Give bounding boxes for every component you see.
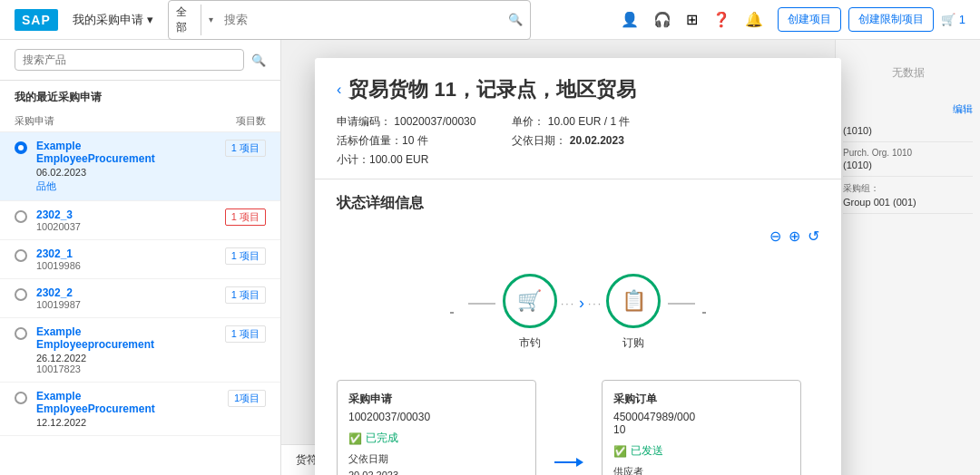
list-item[interactable]: Example EmployeeProcurement 06.02.2023 品…: [0, 132, 280, 201]
item-name: Example: [36, 325, 225, 338]
item-sub: 品他: [36, 179, 225, 193]
card-title: 采购订单: [613, 392, 789, 407]
app-title-dropdown[interactable]: 我的采购申请 ▾: [73, 12, 153, 28]
person-icon[interactable]: 👤: [621, 11, 639, 28]
req-code-label: 申请编码： 10020037/00030: [337, 114, 475, 130]
item-content: Example Employeeprocurement 26.12.2022 1…: [36, 325, 225, 374]
bell-icon[interactable]: 🔔: [745, 11, 763, 28]
no-data-label: 无数据: [843, 47, 973, 99]
chevron-down-icon: ▾: [147, 13, 153, 26]
item-id: 10019987: [36, 299, 225, 310]
list-item[interactable]: 2302_1 10019986 1 项目: [0, 240, 280, 279]
question-icon[interactable]: ❓: [712, 11, 730, 28]
modal-header: ‹ 贸易货物 11，记录点，地区贸易 申请编码： 10020037/00030 …: [315, 58, 841, 179]
delivery-date-label: 父依日期： 20.02.2023: [512, 133, 630, 149]
headset-icon[interactable]: 🎧: [653, 11, 671, 28]
shopping-step-circle: 🛒: [503, 274, 557, 328]
cart-icon: 🛒: [941, 13, 956, 26]
radio-button[interactable]: [15, 392, 27, 404]
radio-button[interactable]: [15, 141, 27, 154]
list-item[interactable]: Example EmployeeProcurement 12.12.2022 1…: [0, 383, 280, 436]
sidebar-search-icon[interactable]: 🔍: [251, 53, 266, 67]
workflow-start-marker: [450, 312, 454, 314]
cart-count: 1: [959, 13, 965, 26]
search-icon[interactable]: 🔍: [508, 13, 523, 26]
edit-button[interactable]: 编辑: [843, 99, 973, 120]
right-panel-value: Group 001 (001): [843, 197, 973, 208]
item-count: 1 项目: [225, 140, 266, 157]
radio-button[interactable]: [15, 249, 27, 262]
content-area: ‹ 贸易货物 11，记录点，地区贸易 申请编码： 10020037/00030 …: [281, 40, 980, 475]
radio-button[interactable]: [15, 210, 27, 223]
list-item[interactable]: 2302_3 10020037 1 项目: [0, 201, 280, 240]
item-id: 10020037: [36, 221, 225, 232]
item-content: 2302_2 10019987: [36, 286, 225, 310]
dots-connector: ···: [561, 297, 575, 310]
modal-title: 贸易货物 11，记录点，地区贸易: [348, 76, 636, 103]
search-bar: 全部 ▾ 🔍: [168, 0, 531, 40]
item-count: 1 项目: [225, 325, 266, 343]
item-content: 2302_1 10019986: [36, 247, 225, 271]
radio-button[interactable]: [15, 327, 27, 340]
main-layout: 🔍 我的最近采购申请 采购申请 项目数 Example EmployeeProc…: [0, 40, 980, 475]
modal-title-row: ‹ 贸易货物 11，记录点，地区贸易: [337, 76, 819, 103]
workflow-diagram: 🛒 市钓 ··· › ··· 📋 订购: [337, 259, 819, 373]
zoom-in-button[interactable]: ⊕: [789, 228, 800, 245]
check-icon: ✅: [348, 432, 362, 445]
item-date: 26.12.2022: [36, 353, 225, 364]
item-content: 2302_3 10020037: [36, 208, 225, 232]
sidebar-search-input[interactable]: [15, 49, 244, 71]
workflow-step-shopping: 🛒 市钓: [503, 274, 557, 351]
item-content: Example EmployeeProcurement 12.12.2022: [36, 390, 228, 428]
workflow-connector: ··· › ···: [561, 294, 603, 313]
item-id: 10019986: [36, 260, 225, 271]
modal-meta-left: 申请编码： 10020037/00030 活标价值量：10 件 小计：100.0…: [337, 114, 475, 168]
sidebar-section-title: 我的最近采购申请: [0, 81, 280, 111]
modal-body: 状态详细信息 ⊖ ⊕ ↺ 🛒 市钓: [315, 179, 841, 475]
card-meta: 父依日期 20.02.2023 已满求数量 10: [348, 451, 524, 475]
workflow-line-end: [668, 303, 695, 305]
right-panel-item: 采购组： Group 001 (001): [843, 177, 973, 214]
modal-meta-right: 单价： 10.00 EUR / 1 件 父依日期： 20.02.2023: [512, 114, 630, 168]
right-panel-label: Purch. Org. 1010: [843, 148, 973, 158]
status-text: 已发送: [631, 443, 663, 459]
card-connector: [554, 398, 583, 475]
search-input[interactable]: [224, 13, 501, 26]
item-count: 1 项目: [225, 208, 266, 226]
card-id: 4500047989/000 10: [613, 411, 789, 436]
item-name: Example: [36, 140, 225, 152]
radio-button[interactable]: [15, 288, 27, 301]
status-cards: 采购申请 10020037/00030 ✅ 已完成 父依日期 20.02.202…: [337, 380, 819, 475]
item-name: 2302_1: [36, 247, 225, 260]
purchase-step-label: 订购: [622, 335, 644, 351]
grid-icon[interactable]: ⊞: [686, 11, 698, 28]
arrow-icon: ›: [579, 294, 584, 313]
col-items-header: 项目数: [211, 114, 266, 128]
create-limit-item-button[interactable]: 创建限制项目: [848, 7, 934, 32]
card-title: 采购申请: [348, 392, 524, 407]
connector-line: [468, 303, 495, 305]
create-item-button[interactable]: 创建项目: [778, 7, 841, 32]
purchase-order-card: 采购订单 4500047989/000 10 ✅ 已发送 供应者 S103009…: [602, 380, 801, 475]
item-name2: Employeeprocurement: [36, 338, 225, 351]
zoom-reset-button[interactable]: ↺: [808, 228, 819, 245]
unit-price-label: 单价： 10.00 EUR / 1 件: [512, 114, 630, 130]
modal-back-button[interactable]: ‹: [337, 82, 341, 98]
list-item[interactable]: Example Employeeprocurement 26.12.2022 1…: [0, 318, 280, 383]
card-status: ✅ 已发送: [613, 443, 789, 459]
status-section-title: 状态详细信息: [337, 194, 819, 213]
shopping-step-label: 市钓: [519, 335, 541, 351]
right-panel-item: Purch. Org. 1010 (1010): [843, 142, 973, 177]
status-detail-modal: ‹ 贸易货物 11，记录点，地区贸易 申请编码： 10020037/00030 …: [315, 58, 841, 475]
sap-logo: SAP: [15, 9, 58, 31]
workflow-end-marker: [702, 312, 706, 314]
header-action-buttons: 创建项目 创建限制项目 🛒 1: [778, 7, 965, 32]
item-count: 1项目: [228, 390, 266, 407]
cart-button[interactable]: 🛒 1: [941, 13, 965, 26]
zoom-controls: ⊖ ⊕ ↺: [337, 228, 819, 245]
item-content: Example EmployeeProcurement 06.02.2023 品…: [36, 140, 225, 193]
right-panel-value: (1010): [843, 160, 973, 170]
connector-line-end: [668, 303, 695, 305]
list-item[interactable]: 2302_2 10019987 1 项目: [0, 279, 280, 318]
zoom-out-button[interactable]: ⊖: [769, 228, 781, 245]
